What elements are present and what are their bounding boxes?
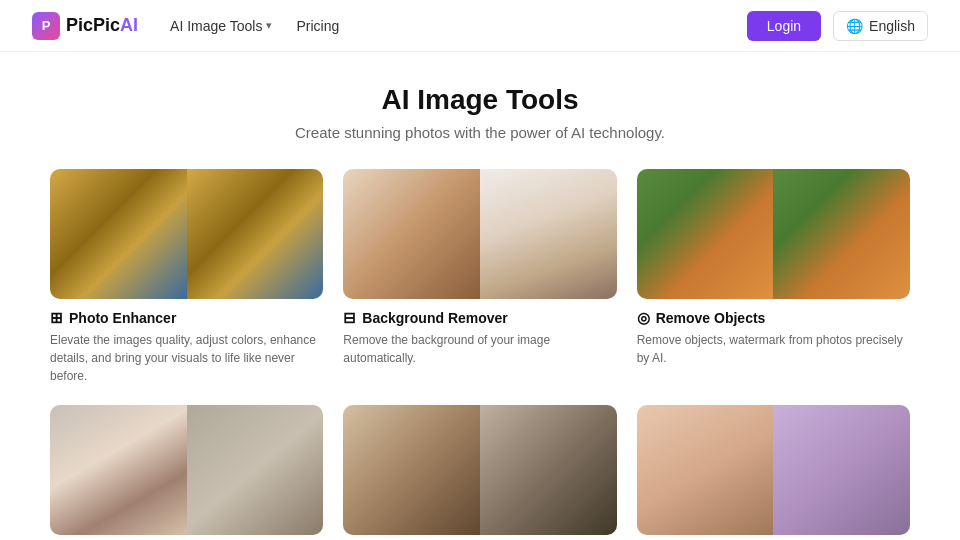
tool-image-left-hairstyles-girls bbox=[637, 405, 774, 535]
tool-image-right-photo-enhancer bbox=[187, 169, 324, 299]
logo-text: PicPicAI bbox=[66, 15, 138, 36]
tool-image-photo-enhancer bbox=[50, 169, 323, 299]
nav-right: Login 🌐 English bbox=[747, 11, 928, 41]
nav-left: P PicPicAI AI Image Tools ▾ Pricing bbox=[32, 12, 339, 40]
tool-image-left-hairstyles-men bbox=[343, 405, 480, 535]
nav-item-tools[interactable]: AI Image Tools ▾ bbox=[170, 18, 272, 34]
logo-icon: P bbox=[32, 12, 60, 40]
navbar: P PicPicAI AI Image Tools ▾ Pricing Logi… bbox=[0, 0, 960, 52]
tool-title-remove-objects: ◎Remove Objects bbox=[637, 309, 910, 327]
tool-card-photo-enhancer[interactable]: ⊞Photo EnhancerElevate the images qualit… bbox=[50, 169, 323, 385]
login-button[interactable]: Login bbox=[747, 11, 821, 41]
tool-title-text-photo-enhancer: Photo Enhancer bbox=[69, 310, 176, 326]
tool-image-left-background-remover bbox=[343, 169, 480, 299]
tool-card-remove-objects[interactable]: ◎Remove ObjectsRemove objects, watermark… bbox=[637, 169, 910, 385]
nav-item-pricing[interactable]: Pricing bbox=[296, 18, 339, 34]
tool-title-photo-enhancer: ⊞Photo Enhancer bbox=[50, 309, 323, 327]
tool-image-hairstyles-men bbox=[343, 405, 616, 535]
tool-card-hairstyles-men[interactable]: 🔥Hairstyles For MenTry the best hairstyl… bbox=[343, 405, 616, 540]
logo-ai: AI bbox=[120, 15, 138, 35]
tool-image-right-background-remover bbox=[480, 169, 617, 299]
tool-image-right-hairstyles-women bbox=[187, 405, 324, 535]
tool-title-text-remove-objects: Remove Objects bbox=[656, 310, 766, 326]
tool-desc-remove-objects: Remove objects, watermark from photos pr… bbox=[637, 331, 910, 367]
page-title: AI Image Tools bbox=[50, 84, 910, 116]
tool-card-hairstyles-girls[interactable]: 🔥HairStyles For GirlsTry new hairstyles … bbox=[637, 405, 910, 540]
tool-icon-photo-enhancer: ⊞ bbox=[50, 309, 63, 327]
tool-icon-remove-objects: ◎ bbox=[637, 309, 650, 327]
tool-desc-background-remover: Remove the background of your image auto… bbox=[343, 331, 616, 367]
tool-title-text-background-remover: Background Remover bbox=[362, 310, 507, 326]
logo-pic: PicPic bbox=[66, 15, 120, 35]
tool-image-remove-objects bbox=[637, 169, 910, 299]
tool-card-hairstyles-women[interactable]: 🔥HairStyles For WomenTry new hairstyles … bbox=[50, 405, 323, 540]
main-content: AI Image Tools Create stunning photos wi… bbox=[30, 52, 930, 540]
tool-icon-background-remover: ⊟ bbox=[343, 309, 356, 327]
tool-title-background-remover: ⊟Background Remover bbox=[343, 309, 616, 327]
tool-image-left-photo-enhancer bbox=[50, 169, 187, 299]
tools-grid: ⊞Photo EnhancerElevate the images qualit… bbox=[50, 169, 910, 540]
tool-image-background-remover bbox=[343, 169, 616, 299]
tool-image-right-remove-objects bbox=[773, 169, 910, 299]
tool-image-left-remove-objects bbox=[637, 169, 774, 299]
chevron-down-icon: ▾ bbox=[266, 19, 272, 32]
tool-image-right-hairstyles-girls bbox=[773, 405, 910, 535]
globe-icon: 🌐 bbox=[846, 18, 863, 34]
tool-desc-photo-enhancer: Elevate the images quality, adjust color… bbox=[50, 331, 323, 385]
tool-image-hairstyles-girls bbox=[637, 405, 910, 535]
logo[interactable]: P PicPicAI bbox=[32, 12, 138, 40]
nav-menu: AI Image Tools ▾ Pricing bbox=[170, 18, 339, 34]
tool-image-left-hairstyles-women bbox=[50, 405, 187, 535]
logo-letter: P bbox=[42, 18, 51, 33]
tool-card-background-remover[interactable]: ⊟Background RemoverRemove the background… bbox=[343, 169, 616, 385]
tool-image-right-hairstyles-men bbox=[480, 405, 617, 535]
tool-image-hairstyles-women bbox=[50, 405, 323, 535]
language-selector[interactable]: 🌐 English bbox=[833, 11, 928, 41]
page-subtitle: Create stunning photos with the power of… bbox=[50, 124, 910, 141]
